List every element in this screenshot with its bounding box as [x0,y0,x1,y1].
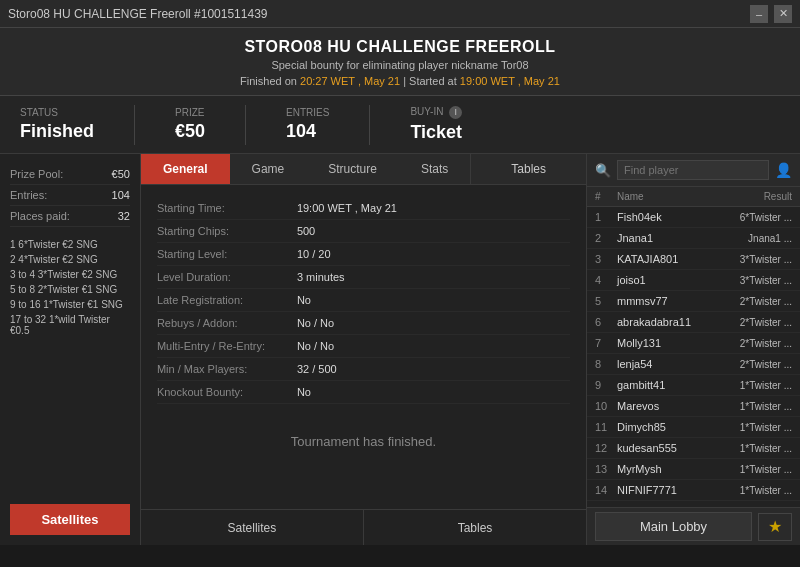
player-name: kudesan555 [617,442,712,454]
places-paid-label: Places paid: [10,210,70,222]
bottom-tabs: Satellites Tables [141,509,586,545]
player-rank: 3 [595,253,617,265]
star-button[interactable]: ★ [758,513,792,541]
buyin-info-icon[interactable]: i [449,106,462,119]
col-name-header: Name [617,191,712,202]
player-rank: 13 [595,463,617,475]
tables-button[interactable]: Tables [470,154,586,184]
status-item-entries: Entries 104 [286,107,329,142]
tab-stats[interactable]: Stats [399,154,470,184]
info-key: Starting Chips: [157,225,297,237]
places-paid-row: Places paid: 32 [10,206,130,227]
satellites-tab-button[interactable]: Satellites [141,510,363,545]
player-row[interactable]: 1 Fish04ek 6*Twister ... [587,207,800,228]
player-result: 3*Twister ... [712,275,792,286]
prizepool-value: €50 [112,168,130,180]
player-row[interactable]: 14 NIFNIF7771 1*Twister ... [587,480,800,501]
info-row: Starting Chips:500 [157,220,570,243]
tab-game[interactable]: Game [230,154,307,184]
player-name: mmmsv77 [617,295,712,307]
satellites-button[interactable]: Satellites [10,504,130,535]
player-row[interactable]: 6 abrakadabra11 2*Twister ... [587,312,800,333]
entries-val: 104 [112,189,130,201]
player-row[interactable]: 9 gambitt41 1*Twister ... [587,375,800,396]
title-bar-controls: – ✕ [750,5,792,23]
tab-general[interactable]: General [141,154,230,184]
player-row[interactable]: 3 KATAJIA801 3*Twister ... [587,249,800,270]
buyin-label: Buy-in i [410,106,462,119]
player-row[interactable]: 13 MyrMysh 1*Twister ... [587,459,800,480]
player-result: 1*Twister ... [712,380,792,391]
player-result: 2*Twister ... [712,296,792,307]
player-result: 1*Twister ... [712,401,792,412]
status-bar: Status Finished Prize €50 Entries 104 Bu… [0,96,800,154]
main-lobby-button[interactable]: Main Lobby [595,512,752,541]
tournament-header: STORO08 HU CHALLENGE FREEROLL Special bo… [0,28,800,96]
center-panel: GeneralGameStructureStatsTables Starting… [141,154,586,545]
player-row[interactable]: 7 Molly131 2*Twister ... [587,333,800,354]
search-icon: 🔍 [595,163,611,178]
info-val: 500 [297,225,315,237]
close-button[interactable]: ✕ [774,5,792,23]
info-row: Late Registration:No [157,289,570,312]
prize-line: 9 to 16 1*Twister €1 SNG [10,297,130,312]
player-row[interactable]: 12 kudesan555 1*Twister ... [587,438,800,459]
left-panel: Prize Pool: €50 Entries: 104 Places paid… [0,154,141,545]
player-name: abrakadabra11 [617,316,712,328]
player-name: Fish04ek [617,211,712,223]
info-key: Starting Time: [157,202,297,214]
main-content: Prize Pool: €50 Entries: 104 Places paid… [0,154,800,545]
info-val: 10 / 20 [297,248,331,260]
places-paid-value: 32 [118,210,130,222]
player-row[interactable]: 2 Jnana1 Jnana1 ... [587,228,800,249]
info-val: No [297,386,311,398]
player-rank: 2 [595,232,617,244]
player-result: 1*Twister ... [712,464,792,475]
info-row: Starting Level:10 / 20 [157,243,570,266]
finished-on-time: 20:27 WET , May 21 [300,75,400,87]
player-result: 2*Twister ... [712,317,792,328]
person-icon[interactable]: 👤 [775,162,792,178]
player-rank: 4 [595,274,617,286]
info-key: Level Duration: [157,271,297,283]
tab-structure[interactable]: Structure [306,154,399,184]
player-rank: 1 [595,211,617,223]
prize-line: 17 to 32 1*wild Twister €0.5 [10,312,130,338]
player-rank: 7 [595,337,617,349]
player-rank: 9 [595,379,617,391]
player-row[interactable]: 4 joiso1 3*Twister ... [587,270,800,291]
find-player-input[interactable] [617,160,769,180]
tab-content: Starting Time:19:00 WET , May 21Starting… [141,185,586,509]
player-name: Marevos [617,400,712,412]
player-rank: 10 [595,400,617,412]
player-name: KATAJIA801 [617,253,712,265]
player-result: 2*Twister ... [712,359,792,370]
info-key: Multi-Entry / Re-Entry: [157,340,297,352]
prize-line: 2 4*Twister €2 SNG [10,252,130,267]
started-at-label: Started at [409,75,457,87]
minimize-button[interactable]: – [750,5,768,23]
info-val: 32 / 500 [297,363,337,375]
info-row: Starting Time:19:00 WET , May 21 [157,197,570,220]
status-label: Status [20,107,94,118]
player-result: Jnana1 ... [712,233,792,244]
player-row[interactable]: 10 Marevos 1*Twister ... [587,396,800,417]
tables-tab-button[interactable]: Tables [364,510,586,545]
info-row: Level Duration:3 minutes [157,266,570,289]
status-divider-1 [134,105,135,145]
prize-line: 3 to 4 3*Twister €2 SNG [10,267,130,282]
status-item-status: Status Finished [20,107,94,142]
player-rank: 5 [595,295,617,307]
player-name: Dimych85 [617,421,712,433]
right-panel: 🔍 👤 # Name Result 1 Fish04ek 6*Twister .… [586,154,800,545]
prize-line: 1 6*Twister €2 SNG [10,237,130,252]
player-table: 1 Fish04ek 6*Twister ... 2 Jnana1 Jnana1… [587,207,800,507]
player-row[interactable]: 8 lenja54 2*Twister ... [587,354,800,375]
info-val: No / No [297,317,334,329]
info-row: Rebuys / Addon:No / No [157,312,570,335]
entries-value: 104 [286,121,329,142]
buyin-value: Ticket [410,122,462,143]
finished-on-label: Finished on [240,75,297,87]
player-row[interactable]: 5 mmmsv77 2*Twister ... [587,291,800,312]
player-row[interactable]: 11 Dimych85 1*Twister ... [587,417,800,438]
